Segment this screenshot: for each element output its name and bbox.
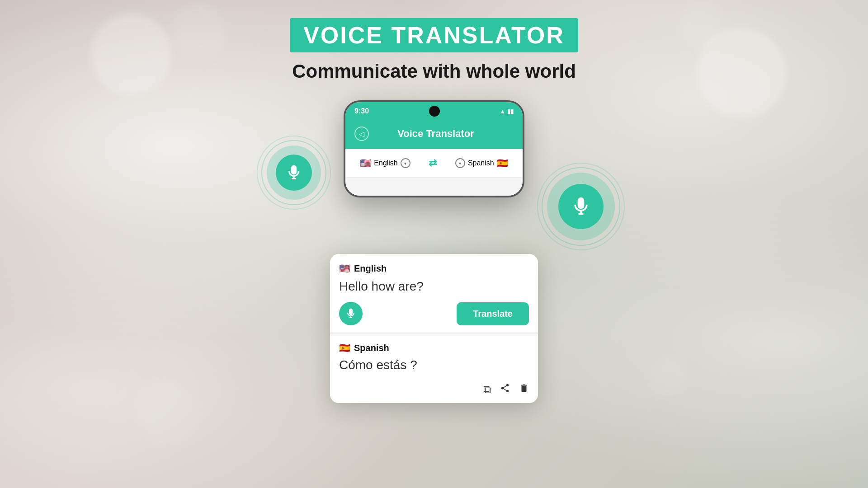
language-bar: 🇺🇸 English ▾ ⇄ ▾ Spanish 🇪🇸 <box>345 149 523 178</box>
english-lang-label-row: 🇺🇸 English <box>339 263 529 274</box>
app-header: ◁ Voice Translator <box>345 120 523 149</box>
spanish-flag: 🇪🇸 <box>339 343 350 353</box>
app-header-title: Voice Translator <box>376 128 495 140</box>
back-button[interactable]: ◁ <box>354 127 369 141</box>
english-input-text[interactable]: Hello how are? <box>339 278 529 295</box>
lang-from-selector[interactable]: 🇺🇸 English ▾ <box>360 158 410 169</box>
spanish-output-section: 🇪🇸 Spanish Cómo estás ? ⧉ <box>330 333 538 403</box>
translate-button[interactable]: Translate <box>457 302 529 325</box>
back-icon: ◁ <box>359 130 364 138</box>
share-icon <box>500 383 510 393</box>
chevron-from[interactable]: ▾ <box>401 158 410 168</box>
chevron-to[interactable]: ▾ <box>455 158 465 168</box>
english-flag: 🇺🇸 <box>339 263 350 274</box>
camera-notch <box>429 106 440 117</box>
spanish-lang-label-row: 🇪🇸 Spanish <box>339 343 529 353</box>
lang-to-selector[interactable]: ▾ Spanish 🇪🇸 <box>455 158 508 169</box>
swap-button[interactable]: ⇄ <box>425 155 440 171</box>
bokeh-5 <box>136 380 199 443</box>
mic-small-icon <box>345 308 356 319</box>
delete-icon <box>519 383 529 393</box>
phone-frame: 9:30 ▲ ▮▮ ◁ Voice Translator 🇺🇸 English <box>344 100 524 197</box>
copy-button[interactable]: ⧉ <box>483 383 491 396</box>
status-bar: 9:30 ▲ ▮▮ <box>345 102 523 120</box>
english-input-section: 🇺🇸 English Hello how are? Translate <box>330 254 538 333</box>
mic-inner-right[interactable] <box>558 184 604 229</box>
phone-wrapper: 9:30 ▲ ▮▮ ◁ Voice Translator 🇺🇸 English <box>231 100 637 197</box>
swap-icon: ⇄ <box>429 157 437 169</box>
delete-button[interactable] <box>519 383 529 396</box>
microphone-right-icon <box>571 197 591 216</box>
spanish-lang-text: Spanish <box>354 343 389 353</box>
share-button[interactable] <box>500 383 510 396</box>
mic-bubble-right <box>547 173 615 240</box>
mic-bubble-left <box>267 145 321 200</box>
app-title-badge: VOICE TRANSLATOR <box>290 18 578 52</box>
bokeh-6 <box>646 357 687 398</box>
chevron-from-icon: ▾ <box>404 161 406 166</box>
mic-small-button[interactable] <box>339 302 363 325</box>
status-icons: ▲ ▮▮ <box>500 108 514 115</box>
input-actions-row: Translate <box>339 302 529 325</box>
output-actions-row: ⧉ <box>339 380 529 396</box>
english-lang-text: English <box>354 263 387 274</box>
flag-to: 🇪🇸 <box>497 158 508 169</box>
microphone-left-icon <box>286 164 302 181</box>
main-content: VOICE TRANSLATOR Communicate with whole … <box>0 0 868 197</box>
battery-icon: ▮▮ <box>507 108 514 115</box>
lang-from-label: English <box>374 159 397 167</box>
phone-bottom-area <box>345 178 523 196</box>
signal-icon: ▲ <box>500 108 505 115</box>
chevron-to-icon: ▾ <box>459 161 461 166</box>
flag-from: 🇺🇸 <box>360 158 371 169</box>
floating-translation-card: 🇺🇸 English Hello how are? Translate <box>330 254 538 403</box>
app-subtitle: Communicate with whole world <box>292 61 576 82</box>
mic-outer-left <box>267 145 321 200</box>
mic-outer-right <box>547 173 615 240</box>
status-time: 9:30 <box>354 107 369 115</box>
mic-inner-left[interactable] <box>276 155 312 191</box>
spanish-output-text: Cómo estás ? <box>339 358 529 372</box>
lang-to-label: Spanish <box>468 159 494 167</box>
